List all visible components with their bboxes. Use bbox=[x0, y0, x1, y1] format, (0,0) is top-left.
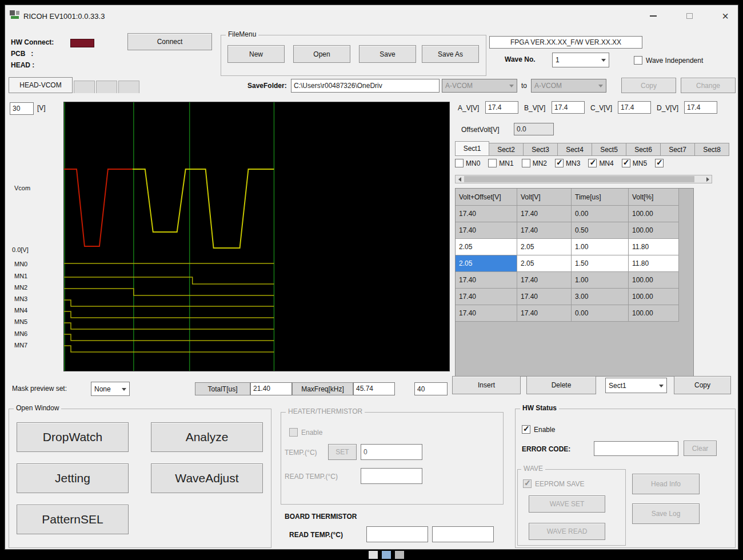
sect-tab-5[interactable]: Sect5 bbox=[592, 143, 626, 156]
table-cell[interactable]: 0.00 bbox=[572, 206, 629, 222]
tab-head-vcom[interactable]: HEAD-VCOM bbox=[9, 77, 73, 93]
taskbar-icon[interactable] bbox=[395, 551, 404, 559]
taskbar-icon[interactable] bbox=[382, 551, 391, 559]
mn5-checkbox[interactable] bbox=[622, 159, 630, 167]
table-cell[interactable]: 17.40 bbox=[456, 206, 517, 222]
table-cell-selected[interactable]: 2.05 bbox=[456, 255, 517, 272]
head-info-button[interactable]: Head Info bbox=[632, 474, 700, 494]
analyze-button[interactable]: Analyze bbox=[151, 422, 263, 452]
wave-set-button[interactable]: WAVE SET bbox=[529, 495, 605, 513]
table-cell[interactable]: 17.40 bbox=[456, 305, 517, 322]
wave-no-select[interactable]: 1 bbox=[552, 53, 609, 67]
table-cell[interactable]: 17.40 bbox=[456, 272, 517, 289]
sect-tab-1[interactable]: Sect1 bbox=[455, 141, 489, 156]
scroll-left-icon[interactable] bbox=[456, 175, 464, 183]
tab-stub-2[interactable] bbox=[96, 81, 117, 93]
sect-copy-button[interactable]: Copy bbox=[674, 376, 731, 394]
sect-tab-4[interactable]: Sect4 bbox=[558, 143, 592, 156]
table-horizontal-scrollbar[interactable] bbox=[455, 175, 712, 183]
table-cell[interactable]: 0.00 bbox=[572, 305, 629, 322]
temp-set-button[interactable]: SET bbox=[328, 444, 357, 460]
mn4-checkbox[interactable] bbox=[588, 159, 597, 167]
sect-tab-6[interactable]: Sect6 bbox=[626, 143, 661, 156]
scrollbar-thumb[interactable] bbox=[464, 176, 694, 182]
scale-voltage-input[interactable] bbox=[10, 102, 34, 115]
sect-tab-8[interactable]: Sect8 bbox=[695, 143, 729, 156]
temp-input[interactable] bbox=[361, 444, 422, 460]
table-cell[interactable]: 11.80 bbox=[629, 239, 679, 255]
vcom-from-select[interactable]: A-VCOM bbox=[442, 79, 517, 93]
offset-volt-input[interactable] bbox=[514, 123, 554, 135]
save-log-button[interactable]: Save Log bbox=[632, 503, 700, 524]
c-v-input[interactable] bbox=[618, 101, 651, 114]
table-cell[interactable]: 1.00 bbox=[572, 272, 629, 289]
savefolder-input[interactable] bbox=[291, 79, 440, 93]
board-thermistor-title: BOARD THERMISTOR bbox=[285, 513, 357, 521]
table-cell[interactable]: 17.40 bbox=[517, 222, 572, 239]
sect-tab-7[interactable]: Sect7 bbox=[661, 143, 695, 156]
taskbar-icon[interactable] bbox=[369, 551, 378, 559]
error-code-field[interactable] bbox=[594, 441, 678, 456]
tab-stub-3[interactable] bbox=[118, 81, 139, 93]
dropwatch-button[interactable]: DropWatch bbox=[17, 422, 129, 452]
sect-copy-select[interactable]: Sect1 bbox=[605, 378, 667, 393]
table-cell[interactable]: 100.00 bbox=[629, 272, 679, 289]
mn1-checkbox[interactable] bbox=[488, 159, 497, 167]
clear-button[interactable]: Clear bbox=[684, 441, 717, 456]
table-cell[interactable]: 17.40 bbox=[456, 289, 517, 305]
new-button[interactable]: New bbox=[227, 45, 285, 63]
a-v-input[interactable] bbox=[485, 101, 518, 114]
table-cell[interactable]: 1.00 bbox=[572, 239, 629, 255]
maximize-button[interactable] bbox=[677, 9, 702, 23]
scroll-right-icon[interactable] bbox=[704, 175, 712, 183]
save-as-button[interactable]: Save As bbox=[422, 45, 479, 63]
connect-button[interactable]: Connect bbox=[127, 33, 212, 50]
minimize-button[interactable] bbox=[641, 9, 666, 23]
table-cell[interactable]: 1.50 bbox=[572, 255, 629, 272]
b-v-input[interactable] bbox=[552, 101, 585, 114]
table-cell[interactable]: 100.00 bbox=[629, 222, 679, 239]
patternsel-button[interactable]: PatternSEL bbox=[17, 505, 129, 534]
mn0-checkbox[interactable] bbox=[455, 159, 464, 167]
wave-independent-checkbox[interactable] bbox=[634, 56, 642, 65]
table-cell[interactable]: 17.40 bbox=[517, 206, 572, 222]
wave-read-button[interactable]: WAVE READ bbox=[529, 523, 605, 540]
sect-tab-3[interactable]: Sect3 bbox=[524, 143, 558, 156]
hw-status-title: HW Status bbox=[520, 404, 559, 412]
d-v-input[interactable] bbox=[684, 101, 717, 114]
table-cell[interactable]: 0.50 bbox=[572, 222, 629, 239]
table-cell[interactable]: 100.00 bbox=[629, 289, 679, 305]
insert-button[interactable]: Insert bbox=[452, 376, 521, 394]
table-cell[interactable]: 17.40 bbox=[517, 289, 572, 305]
sect-tab-2[interactable]: Sect2 bbox=[489, 143, 524, 156]
table-cell[interactable]: 3.00 bbox=[572, 289, 629, 305]
tab-stub-1[interactable] bbox=[74, 81, 95, 93]
table-cell[interactable]: 100.00 bbox=[629, 206, 679, 222]
waveadjust-button[interactable]: WaveAdjust bbox=[151, 463, 263, 493]
vcom-to-select[interactable]: A-VCOM bbox=[531, 79, 606, 93]
table-cell[interactable]: 17.40 bbox=[456, 222, 517, 239]
table-cell[interactable]: 2.05 bbox=[517, 239, 572, 255]
mn3-checkbox[interactable] bbox=[555, 159, 564, 167]
delete-button[interactable]: Delete bbox=[526, 376, 596, 394]
eeprom-save-checkbox[interactable] bbox=[523, 479, 532, 488]
table-cell[interactable]: 2.05 bbox=[456, 239, 517, 255]
mask-preview-select[interactable]: None bbox=[91, 382, 130, 396]
hw-enable-checkbox[interactable] bbox=[522, 425, 530, 434]
hw-enable-label: Enable bbox=[534, 426, 555, 434]
jetting-button[interactable]: Jetting bbox=[17, 463, 129, 493]
table-cell[interactable]: 17.40 bbox=[517, 305, 572, 322]
close-button[interactable]: × bbox=[713, 9, 738, 23]
table-cell[interactable]: 2.05 bbox=[517, 255, 572, 272]
save-button[interactable]: Save bbox=[359, 45, 416, 63]
heater-enable-checkbox[interactable] bbox=[289, 428, 298, 437]
vcom-change-button[interactable]: Change bbox=[681, 78, 736, 93]
table-cell[interactable]: 17.40 bbox=[517, 272, 572, 289]
mn6-checkbox[interactable] bbox=[655, 159, 664, 167]
vcom-copy-button[interactable]: Copy bbox=[621, 78, 676, 93]
open-button[interactable]: Open bbox=[293, 45, 350, 63]
table-cell[interactable]: 11.80 bbox=[629, 255, 679, 272]
freq-setting-input[interactable] bbox=[414, 382, 448, 395]
mn2-checkbox[interactable] bbox=[522, 159, 530, 167]
table-cell[interactable]: 100.00 bbox=[629, 305, 679, 322]
